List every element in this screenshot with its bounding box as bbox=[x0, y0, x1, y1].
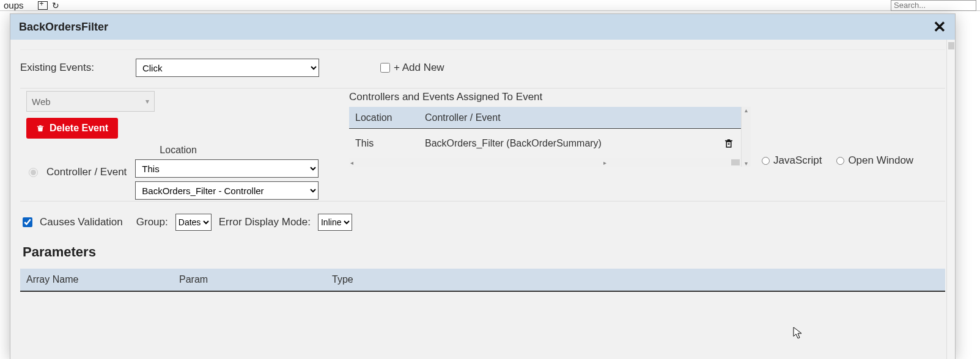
delete-row-icon bbox=[723, 137, 734, 150]
add-new-label: + Add New bbox=[394, 62, 444, 74]
platform-selected: Web bbox=[32, 96, 51, 107]
scroll-down-icon[interactable]: ▾ bbox=[745, 160, 748, 167]
group-select[interactable]: Dates bbox=[175, 214, 212, 231]
params-head-array: Array Name bbox=[20, 274, 173, 285]
parameters-table-head: Array Name Param Type bbox=[20, 269, 945, 292]
trash-icon bbox=[36, 123, 45, 133]
open-window-radio[interactable] bbox=[836, 157, 844, 165]
dialog-titlebar: BackOrdersFilter ✕ bbox=[10, 14, 955, 40]
parameters-title: Parameters bbox=[23, 244, 945, 260]
delete-event-label: Delete Event bbox=[50, 123, 108, 134]
mid-zone: Web ▾ Delete Event Controller / Event Lo… bbox=[20, 91, 945, 201]
add-box-icon bbox=[38, 1, 48, 10]
mouse-cursor-icon bbox=[793, 327, 803, 339]
bg-fragment-left: oups bbox=[4, 0, 24, 10]
javascript-radio-row[interactable]: JavaScript bbox=[762, 154, 822, 167]
existing-events-select[interactable]: Click bbox=[136, 59, 319, 77]
assigned-table-wrap: Location Controller / Event This BackOrd… bbox=[349, 107, 751, 167]
chevron-down-icon: ▾ bbox=[146, 97, 149, 106]
group-label: Group: bbox=[136, 216, 168, 228]
left-column: Web ▾ Delete Event Controller / Event Lo… bbox=[20, 91, 338, 200]
controller-event-radio[interactable] bbox=[29, 168, 38, 177]
controller-event-row: Controller / Event Location This BackOrd… bbox=[29, 145, 338, 200]
event-editor-dialog: BackOrdersFilter ✕ Existing Events: Clic… bbox=[10, 13, 956, 359]
controller-select[interactable]: BackOrders_Filter - Controller bbox=[135, 181, 319, 200]
refresh-icon: ↻ bbox=[52, 1, 59, 10]
close-icon[interactable]: ✕ bbox=[933, 18, 946, 37]
javascript-radio[interactable] bbox=[762, 157, 770, 165]
existing-events-row: Existing Events: Click + Add New bbox=[20, 49, 945, 89]
error-mode-select[interactable]: Inline bbox=[318, 214, 352, 231]
causes-validation-checkbox[interactable] bbox=[23, 217, 32, 227]
existing-events-label: Existing Events: bbox=[20, 62, 94, 74]
assigned-head-controller: Controller / Event bbox=[422, 112, 741, 123]
assigned-table-head: Location Controller / Event bbox=[349, 107, 741, 129]
error-mode-label: Error Display Mode: bbox=[219, 216, 311, 228]
params-head-type: Type bbox=[326, 274, 945, 285]
delete-event-button[interactable]: Delete Event bbox=[26, 118, 118, 139]
assigned-row-location: This bbox=[349, 138, 422, 149]
assigned-row-delete[interactable] bbox=[717, 137, 741, 150]
dialog-body: Existing Events: Click + Add New Web ▾ bbox=[10, 40, 955, 359]
location-stack: Location This BackOrders_Filter - Contro… bbox=[135, 145, 319, 200]
assigned-head-location: Location bbox=[349, 112, 422, 123]
background-toolbar: oups ↻ Search... bbox=[0, 0, 980, 11]
platform-select[interactable]: Web ▾ bbox=[26, 91, 155, 112]
assigned-table: Location Controller / Event This BackOrd… bbox=[349, 107, 741, 167]
add-new-group: + Add New bbox=[380, 62, 444, 74]
scroll-up-icon[interactable]: ▴ bbox=[745, 107, 748, 114]
assigned-column: Controllers and Events Assigned To Event… bbox=[349, 91, 751, 200]
options-row: Causes Validation Group: Dates Error Dis… bbox=[23, 214, 945, 231]
assigned-row-controller: BackOrders_Filter (BackOrderSummary) bbox=[422, 138, 717, 149]
scroll-left-icon[interactable]: ◂ bbox=[350, 159, 353, 166]
hscroll-thumb[interactable] bbox=[731, 159, 740, 165]
assigned-vscroll[interactable]: ▴ ▾ bbox=[741, 107, 751, 167]
location-select[interactable]: This bbox=[135, 159, 319, 178]
open-window-radio-row[interactable]: Open Window bbox=[836, 154, 913, 167]
scroll-right-icon[interactable]: ▸ bbox=[603, 159, 606, 166]
table-row: This BackOrders_Filter (BackOrderSummary… bbox=[349, 129, 741, 158]
right-radios: JavaScript Open Window bbox=[762, 91, 945, 200]
controller-event-radio-label: Controller / Event bbox=[46, 166, 127, 178]
location-label: Location bbox=[160, 145, 319, 156]
open-window-radio-label: Open Window bbox=[848, 154, 913, 167]
dialog-title: BackOrdersFilter bbox=[19, 21, 108, 34]
search-input-bg[interactable]: Search... bbox=[891, 0, 976, 11]
add-new-checkbox[interactable] bbox=[380, 63, 390, 73]
assigned-hscroll[interactable]: ◂ ▸ bbox=[349, 158, 741, 167]
params-head-param: Param bbox=[173, 274, 326, 285]
javascript-radio-label: JavaScript bbox=[773, 154, 822, 167]
causes-validation-label: Causes Validation bbox=[40, 216, 123, 228]
assigned-title: Controllers and Events Assigned To Event bbox=[349, 91, 751, 103]
